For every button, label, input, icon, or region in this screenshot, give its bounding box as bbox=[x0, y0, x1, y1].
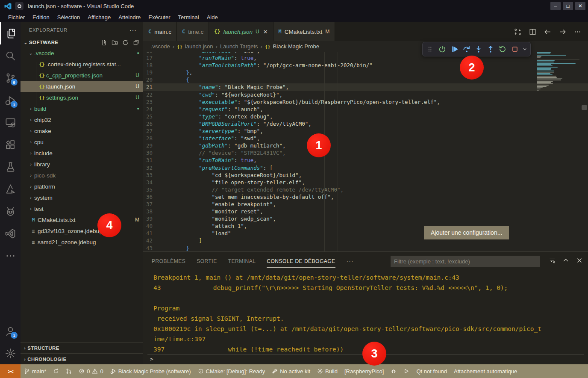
code-line[interactable]: 25 "type": "cortex-debug", bbox=[143, 113, 588, 120]
breadcrumb-item[interactable]: launch.json bbox=[185, 43, 213, 50]
code-line[interactable]: 35 // "target extended-remote /dev/ttyAC… bbox=[143, 186, 588, 193]
search-icon[interactable] bbox=[0, 44, 21, 67]
code-editor[interactable]: 16 "interface": "swd",17 "runToMain": tr… bbox=[143, 52, 588, 251]
account-icon[interactable]: 1 bbox=[0, 320, 21, 342]
code-line[interactable]: 36 "set mem inaccessible-by-default off"… bbox=[143, 193, 588, 201]
code-line[interactable]: 33 "cd ${workspaceRoot}/build", bbox=[143, 171, 588, 179]
go-back-icon[interactable] bbox=[544, 28, 551, 35]
status-item-build[interactable]: Build bbox=[314, 364, 341, 378]
status-item-cmake-debug-ready[interactable]: CMake: [Debug]: Ready bbox=[194, 364, 269, 378]
status-item-0[interactable]: 00 bbox=[75, 364, 106, 378]
remote-explorer-icon[interactable] bbox=[0, 111, 21, 133]
panel-tab-terminal[interactable]: TERMINAL bbox=[228, 255, 256, 268]
minimap[interactable] bbox=[537, 52, 579, 249]
tree-item-test[interactable]: ›test bbox=[21, 203, 143, 214]
extensions-icon[interactable] bbox=[0, 133, 21, 156]
folder-section-header[interactable]: ⌄ SOFTWARE bbox=[21, 37, 143, 47]
code-line[interactable]: 31 "runToMain": true, bbox=[143, 157, 588, 164]
code-line[interactable]: 26 "BMPGDBSerialPort": "/dev/ttyACM0", bbox=[143, 120, 588, 127]
code-line[interactable]: 18 "armToolchainPath": "/opt/gcc-arm-non… bbox=[143, 62, 588, 69]
tree-item-pico-sdk[interactable]: ›pico-sdk bbox=[21, 170, 143, 181]
status-item-attachement-automatique[interactable]: Attachement automatique bbox=[450, 364, 520, 378]
menu-item-aide[interactable]: Aide bbox=[203, 13, 222, 22]
run-and-debug-icon[interactable]: 1 bbox=[0, 89, 21, 111]
menu-item-terminal[interactable]: Terminal bbox=[174, 13, 203, 22]
minimize-button[interactable]: – bbox=[550, 2, 561, 10]
code-line[interactable]: 29 "gdbPath": "gdb-multiarch", bbox=[143, 142, 588, 149]
tree-item-launch-json[interactable]: {}launch.jsonU bbox=[21, 81, 143, 92]
explorer-icon[interactable] bbox=[0, 22, 21, 44]
section-structure[interactable]: ›STRUCTURE bbox=[21, 342, 143, 353]
continue-icon[interactable] bbox=[449, 44, 459, 55]
code-line[interactable]: 39 "monitor swdp_scan", bbox=[143, 215, 588, 222]
go-forward-icon[interactable] bbox=[559, 28, 566, 35]
remote-indicator[interactable]: >< bbox=[0, 364, 21, 378]
tree-item-samd21-ozone-jdebug[interactable]: ≡samd21_ozone.jdebug bbox=[21, 236, 143, 248]
tree-item-include[interactable]: ›include bbox=[21, 148, 143, 159]
status-item[interactable] bbox=[400, 364, 413, 378]
code-line[interactable]: 30 // "device": "STM32L431VC", bbox=[143, 149, 588, 157]
power-icon[interactable] bbox=[437, 44, 447, 55]
split-editor-icon[interactable] bbox=[529, 28, 536, 35]
panel-tab-sortie[interactable]: SORTIE bbox=[197, 255, 217, 268]
new-file-icon[interactable] bbox=[101, 39, 107, 46]
open-changes-icon[interactable] bbox=[514, 28, 521, 35]
code-line[interactable]: 43 } bbox=[143, 245, 588, 251]
tree-item-build[interactable]: ›build● bbox=[21, 103, 143, 114]
tree-item-gd32vf103-ozone-jdebug[interactable]: ≡gd32vf103_ozone.jdebug bbox=[21, 225, 143, 236]
tab-launch-json[interactable]: {}launch.jsonU✕ bbox=[209, 22, 273, 41]
tree-item-cmake[interactable]: ›cmake bbox=[21, 125, 143, 136]
maximize-panel-icon[interactable] bbox=[562, 257, 569, 264]
code-line[interactable]: 19 }, bbox=[143, 69, 588, 76]
visual-studio-icon[interactable] bbox=[0, 222, 21, 245]
maximize-button[interactable]: □ bbox=[563, 2, 573, 10]
breadcrumb-item[interactable]: Launch Targets bbox=[220, 43, 258, 50]
more-icon[interactable] bbox=[0, 245, 21, 267]
code-line[interactable]: 41 "load" bbox=[143, 230, 588, 237]
step-over-icon[interactable] bbox=[462, 44, 472, 55]
stop-icon[interactable] bbox=[509, 44, 520, 55]
tree-item--cortex-debug-registers-stat-[interactable]: {}.cortex-debug.registers.stat... bbox=[21, 59, 143, 70]
tab-cmakelists-txt[interactable]: MCMakeLists.txtM bbox=[273, 22, 335, 41]
tree-item-system[interactable]: ›system bbox=[21, 192, 143, 203]
code-line[interactable]: 42 ] bbox=[143, 237, 588, 244]
code-line[interactable]: 21 "name": "Black Magic Probe", bbox=[143, 83, 588, 91]
menu-item-atteindre[interactable]: Atteindre bbox=[115, 13, 144, 22]
tree-item-c-cpp-properties-json[interactable]: {}c_cpp_properties.jsonU bbox=[21, 70, 143, 81]
status-item[interactable] bbox=[50, 364, 62, 378]
settings-icon[interactable] bbox=[0, 342, 21, 364]
code-line[interactable]: 38 "monitor reset", bbox=[143, 208, 588, 215]
refresh-icon[interactable] bbox=[122, 39, 129, 46]
step-into-icon[interactable] bbox=[473, 44, 484, 55]
panel-more-icon[interactable]: ··· bbox=[347, 258, 354, 265]
close-tab-icon[interactable]: ✕ bbox=[263, 29, 268, 35]
more-actions-icon[interactable] bbox=[574, 28, 581, 35]
status-item-main-[interactable]: main* bbox=[21, 364, 50, 378]
breadcrumb-item[interactable]: Black Magic Probe bbox=[273, 43, 319, 50]
panel-tab-console-de-d-bogage[interactable]: CONSOLE DE DÉBOGAGE bbox=[267, 255, 335, 268]
status-item-black-magic-probe-software-[interactable]: Black Magic Probe (software) bbox=[107, 364, 194, 378]
drag-handle-icon[interactable] bbox=[425, 44, 435, 55]
tab-main-c[interactable]: Cmain.c bbox=[143, 22, 177, 41]
panel-tab-probl-mes[interactable]: PROBLÈMES bbox=[152, 255, 185, 268]
status-item-no-active-kit[interactable]: No active kit bbox=[268, 364, 314, 378]
code-line[interactable]: 37 "enable breakpoint", bbox=[143, 201, 588, 208]
cmake-tools-icon[interactable] bbox=[0, 178, 21, 200]
clear-filter-icon[interactable] bbox=[549, 257, 556, 264]
status-item[interactable] bbox=[387, 364, 400, 378]
add-configuration-button[interactable]: Ajouter une configuration... bbox=[424, 226, 509, 239]
debug-console-filter-input[interactable] bbox=[391, 256, 540, 267]
tree-item--vscode[interactable]: ⌄.vscode● bbox=[21, 47, 143, 59]
collapse-all-icon[interactable] bbox=[133, 39, 139, 46]
code-line[interactable]: 32 "preRestartCommands": [ bbox=[143, 164, 588, 171]
menu-item-fichier[interactable]: Fichier bbox=[4, 13, 29, 22]
tree-item-platform[interactable]: ›platform bbox=[21, 181, 143, 192]
tab-time-c[interactable]: Ctime.c bbox=[177, 22, 209, 41]
editor-scrollbar-thumb[interactable] bbox=[582, 105, 587, 110]
code-line[interactable]: 28 "interface": "swd", bbox=[143, 135, 588, 142]
code-line[interactable]: 24 "request": "launch", bbox=[143, 106, 588, 113]
code-line[interactable]: 34 "file open-story-teller.elf", bbox=[143, 179, 588, 186]
platformio-icon[interactable] bbox=[0, 200, 21, 222]
new-folder-icon[interactable] bbox=[112, 39, 118, 46]
status-item[interactable] bbox=[62, 364, 75, 378]
